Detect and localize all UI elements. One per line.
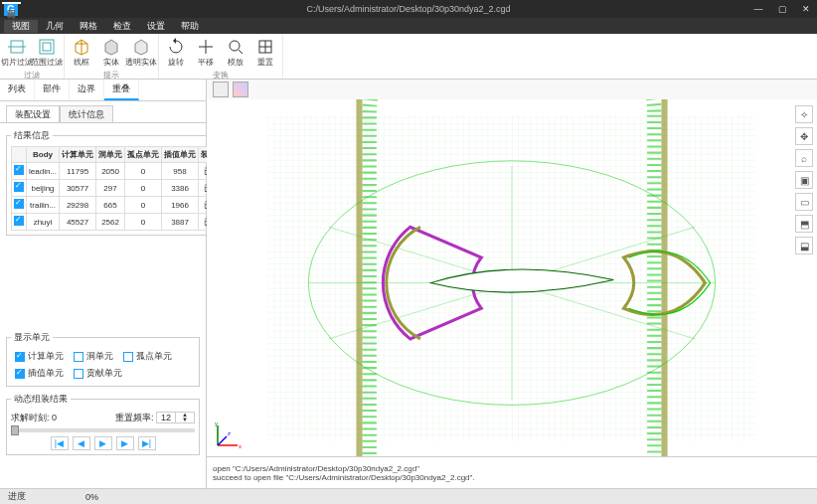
play-button[interactable]: ▶	[94, 436, 112, 450]
time-slider[interactable]	[11, 428, 195, 432]
display-check[interactable]: 贡献单元	[74, 367, 122, 380]
step-back-button[interactable]: ◀	[73, 436, 90, 450]
right-toolbar: ✧ ✥ ⌕ ▣ ▭ ⬒ ⬓	[795, 105, 813, 254]
view-mode-icon-1[interactable]	[213, 82, 229, 97]
cell-body: trailin...	[27, 197, 60, 214]
check-label: 洞单元	[86, 350, 113, 363]
fit-tool[interactable]: ▣	[795, 171, 813, 189]
status-value: 0%	[85, 492, 98, 502]
ribbon-group-display: 线框 实体 透明实体 提示	[65, 34, 159, 79]
col-header: 计算单元	[60, 147, 96, 163]
pan-icon	[197, 38, 215, 56]
row-checkbox[interactable]	[14, 182, 24, 192]
sidebar: 列表 部件 边界 重叠 装配设置 统计信息 结果信息 Body计算单元洞单元孤点…	[0, 80, 207, 488]
sidebar-tabs: 列表 部件 边界 重叠	[0, 80, 206, 101]
viewport[interactable]: x y z	[207, 99, 817, 456]
pan-tool[interactable]: ✥	[795, 127, 813, 145]
close-button[interactable]: ✕	[799, 4, 813, 14]
cell-orphan: 0	[125, 214, 162, 231]
view-mode-icon-2[interactable]	[233, 82, 248, 97]
check-label: 插值单元	[28, 367, 64, 380]
tab-parts[interactable]: 部件	[35, 80, 70, 100]
range-filter-button[interactable]: 范围过滤	[32, 36, 62, 70]
checkbox-icon	[74, 352, 83, 362]
titlebar: G C:/Users/Administrator/Desktop/30p30nd…	[0, 0, 817, 18]
minimize-button[interactable]: —	[751, 4, 765, 14]
cell-orphan: 0	[125, 180, 162, 197]
ribbon: 切片过滤 范围过滤 过滤 线框 实体 透明实体 提示	[0, 34, 817, 80]
tab-overlap[interactable]: 重叠	[104, 80, 139, 100]
row-checkbox[interactable]	[14, 216, 24, 226]
table-row[interactable]: beijing 30577 297 0 3386 已完成!	[12, 180, 236, 197]
slice-filter-button[interactable]: 切片过滤	[2, 36, 32, 70]
solid-button[interactable]: 实体	[96, 36, 126, 70]
tab-boundary[interactable]: 边界	[70, 80, 104, 100]
dynamic-legend: 动态组装结果	[11, 393, 71, 406]
check-label: 孤点单元	[136, 350, 172, 363]
cell-orphan: 0	[125, 197, 162, 214]
table-row[interactable]: zhuyi 45527 2562 0 3887 已完成!	[12, 214, 236, 231]
wireframe-button[interactable]: 线框	[67, 36, 96, 70]
check-label: 贡献单元	[86, 367, 122, 380]
compass-tool[interactable]: ✧	[795, 105, 813, 123]
menu-mesh[interactable]: 网格	[72, 20, 105, 33]
svg-point-6	[230, 41, 240, 51]
display-check[interactable]: 插值单元	[15, 367, 64, 380]
cell-body: beijing	[27, 180, 60, 197]
step-forward-button[interactable]: ▶	[116, 436, 134, 450]
zoom-tool[interactable]: ⌕	[795, 149, 813, 167]
subtab-assembly-settings[interactable]: 装配设置	[6, 105, 60, 123]
transparent-icon	[132, 38, 150, 56]
menu-view[interactable]: 视图	[4, 20, 38, 33]
menu-check[interactable]: 检查	[105, 20, 139, 33]
ribbon-group-filter: 切片过滤 范围过滤 过滤	[0, 34, 65, 79]
display-check[interactable]: 洞单元	[74, 350, 113, 363]
select-tool[interactable]: ▭	[795, 193, 813, 211]
row-checkbox[interactable]	[14, 165, 24, 175]
skip-back-button[interactable]: |◀	[51, 436, 69, 450]
svg-text:z: z	[228, 430, 231, 436]
range-icon	[38, 38, 56, 56]
project-tree-label: 工程树	[2, 2, 21, 4]
pan-button[interactable]: 平移	[191, 36, 221, 70]
transparent-button[interactable]: 透明实体	[126, 36, 156, 70]
zoom-button[interactable]: 模放	[221, 36, 250, 70]
row-checkbox[interactable]	[14, 199, 24, 209]
dynamic-group: 动态组装结果 求解时刻: 0 重置频率: 12▲▼ |◀ ◀ ▶ ▶ ▶|	[6, 393, 200, 455]
cell-calc: 45527	[60, 214, 96, 231]
checkbox-icon	[74, 369, 83, 379]
reset-button[interactable]: 重置	[250, 36, 280, 70]
table-row[interactable]: leadin... 11795 2050 0 958 已完成!	[12, 163, 236, 180]
canvas-area: x y z ✧ ✥ ⌕ ▣ ▭ ⬒ ⬓ open "C:/Users/Admin…	[207, 80, 817, 488]
rotate-button[interactable]: 旋转	[161, 36, 191, 70]
menu-geometry[interactable]: 几何	[38, 20, 72, 33]
cell-hole: 665	[96, 197, 125, 214]
wireframe-icon	[73, 38, 90, 56]
view-front-tool[interactable]: ⬓	[795, 237, 813, 254]
cell-calc: 29298	[60, 197, 96, 214]
cell-body: zhuyi	[27, 214, 60, 231]
col-header	[12, 147, 27, 163]
menu-settings[interactable]: 设置	[139, 20, 173, 33]
skip-forward-button[interactable]: ▶|	[138, 436, 156, 450]
table-row[interactable]: trailin... 29298 665 0 1966 已完成!	[12, 197, 236, 214]
view-top-tool[interactable]: ⬒	[795, 215, 813, 233]
col-header: 插值单元	[162, 147, 199, 163]
display-check[interactable]: 计算单元	[15, 350, 64, 363]
menu-help[interactable]: 帮助	[173, 20, 207, 33]
rebuild-freq-spinner[interactable]: 12▲▼	[156, 412, 195, 423]
checkbox-icon	[15, 369, 25, 379]
statusbar: 进度 0%	[0, 488, 817, 504]
display-check[interactable]: 孤点单元	[123, 350, 172, 363]
ribbon-group-transform: 旋转 平移 模放 重置 变换	[159, 34, 283, 79]
svg-rect-3	[43, 43, 51, 51]
status-label: 进度	[8, 490, 26, 503]
checkbox-icon	[123, 352, 133, 362]
checkbox-icon	[15, 352, 25, 362]
display-legend: 显示单元	[11, 331, 53, 344]
result-table: Body计算单元洞单元孤点单元插值单元装配状态 leadin... 11795 …	[11, 146, 236, 231]
svg-line-7	[239, 50, 243, 54]
maximize-button[interactable]: ▢	[775, 4, 789, 14]
subtab-statistics[interactable]: 统计信息	[60, 105, 113, 123]
tab-list[interactable]: 列表	[0, 80, 35, 100]
